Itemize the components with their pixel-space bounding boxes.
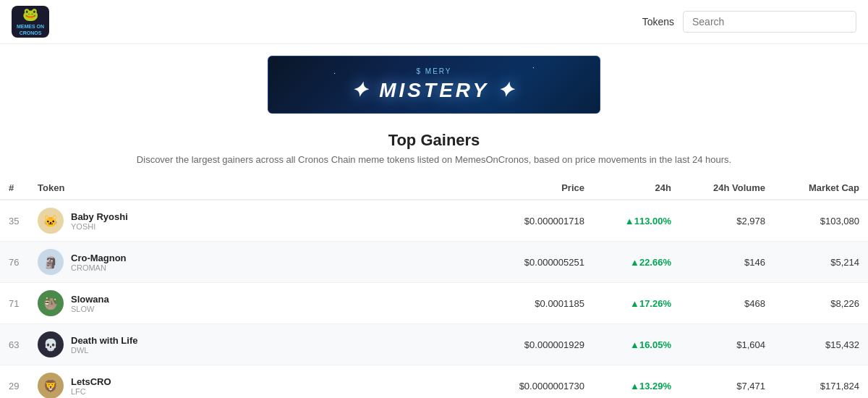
avatar-icon: 🦁 [43,379,58,393]
cell-price: $0.0001185 [477,283,593,324]
token-symbol: CROMAN [71,263,127,272]
cell-rank: 76 [0,242,29,283]
cell-token: 🦁 LetsCRO LFC [29,365,477,399]
cell-token: 🗿 Cro-Magnon CROMAN [29,242,477,283]
col-header-price: Price [477,177,593,200]
token-info: Slowana SLOW [71,294,109,313]
cell-token: 🦥 Slowana SLOW [29,283,477,324]
token-info: LetsCRO LFC [71,376,111,396]
token-avatar: 💀 [38,331,64,357]
avatar-icon: 🐱 [43,214,58,228]
cell-mcap: $5,214 [774,242,868,283]
cell-volume: $2,978 [680,200,774,242]
table-header: # Token Price 24h 24h Volume Market Cap [0,177,868,200]
cell-rank: 35 [0,200,29,242]
table-row[interactable]: 76 🗿 Cro-Magnon CROMAN $0.000005251 ▲22.… [0,242,868,283]
cell-volume: $146 [680,242,774,283]
cell-change: ▲17.26% [593,283,680,324]
cell-change: ▲16.05% [593,324,680,365]
col-header-rank: # [0,177,29,200]
gainers-table: # Token Price 24h 24h Volume Market Cap … [0,177,868,398]
token-symbol: LFC [71,387,111,396]
cell-price: $0.000001929 [477,324,593,365]
table-row[interactable]: 63 💀 Death with Life DWL $0.000001929 ▲1… [0,324,868,365]
page-title: Top Gainers [0,131,868,150]
section-description: Discover the largest gainers across all … [0,154,868,165]
cell-change: ▲13.29% [593,365,680,399]
avatar-icon: 🦥 [43,297,58,310]
gainers-table-container: # Token Price 24h 24h Volume Market Cap … [0,177,868,398]
token-info: Cro-Magnon CROMAN [71,253,127,272]
cell-token: 💀 Death with Life DWL [29,324,477,365]
section-heading: Top Gainers Discover the largest gainers… [0,131,868,165]
cell-price: $0.0000001730 [477,365,593,399]
logo-text-line2: CRONOS [20,30,42,36]
token-symbol: YOSHI [71,222,128,231]
site-logo[interactable]: 🐸 MEMES ON CRONOS [12,6,49,38]
cell-token: 🐱 Baby Ryoshi YOSHI [29,200,477,242]
col-header-mcap: Market Cap [774,177,868,200]
avatar-icon: 🗿 [43,255,58,269]
cell-rank: 29 [0,365,29,399]
token-avatar: 🦥 [38,290,64,316]
banner-title: ✦ MISTERY ✦ [351,78,516,102]
token-name: Cro-Magnon [71,253,127,263]
col-header-volume: 24h Volume [680,177,774,200]
token-name: Baby Ryoshi [71,211,128,222]
cell-change: ▲22.66% [593,242,680,283]
search-input[interactable] [683,11,856,33]
table-body: 35 🐱 Baby Ryoshi YOSHI $0.000001718 ▲113… [0,200,868,398]
cell-mcap: $171,824 [774,365,868,399]
col-header-24h: 24h [593,177,680,200]
cell-volume: $468 [680,283,774,324]
cell-mcap: $8,226 [774,283,868,324]
cell-price: $0.000005251 [477,242,593,283]
token-avatar: 🗿 [38,249,64,275]
token-info: Death with Life DWL [71,335,137,355]
token-symbol: SLOW [71,305,109,313]
nav-tokens-link[interactable]: Tokens [634,12,683,32]
token-name: Slowana [71,294,109,305]
table-row[interactable]: 29 🦁 LetsCRO LFC $0.0000001730 ▲13.29% $… [0,365,868,399]
cell-volume: $7,471 [680,365,774,399]
token-name: LetsCRO [71,376,111,387]
table-row[interactable]: 71 🦥 Slowana SLOW $0.0001185 ▲17.26% $46… [0,283,868,324]
token-avatar: 🐱 [38,208,64,234]
avatar-icon: 💀 [43,338,58,352]
header: 🐸 MEMES ON CRONOS Tokens [0,0,868,44]
banner-container: $ MERY ✦ MISTERY ✦ [0,44,868,119]
banner-subtitle: $ MERY [416,67,451,75]
col-header-token: Token [29,177,477,200]
logo-text-line1: MEMES ON [17,24,44,30]
token-info: Baby Ryoshi YOSHI [71,211,128,231]
token-symbol: DWL [71,346,137,355]
token-avatar: 🦁 [38,373,64,398]
cell-volume: $1,604 [680,324,774,365]
cell-mcap: $103,080 [774,200,868,242]
token-name: Death with Life [71,335,137,346]
cell-rank: 63 [0,324,29,365]
table-row[interactable]: 35 🐱 Baby Ryoshi YOSHI $0.000001718 ▲113… [0,200,868,242]
cell-mcap: $15,432 [774,324,868,365]
cell-change: ▲113.00% [593,200,680,242]
nav-search-area: Tokens [634,11,856,33]
logo-area: 🐸 MEMES ON CRONOS [12,6,49,38]
logo-icon: 🐸 [22,7,38,23]
cell-price: $0.000001718 [477,200,593,242]
promo-banner[interactable]: $ MERY ✦ MISTERY ✦ [268,56,600,114]
cell-rank: 71 [0,283,29,324]
